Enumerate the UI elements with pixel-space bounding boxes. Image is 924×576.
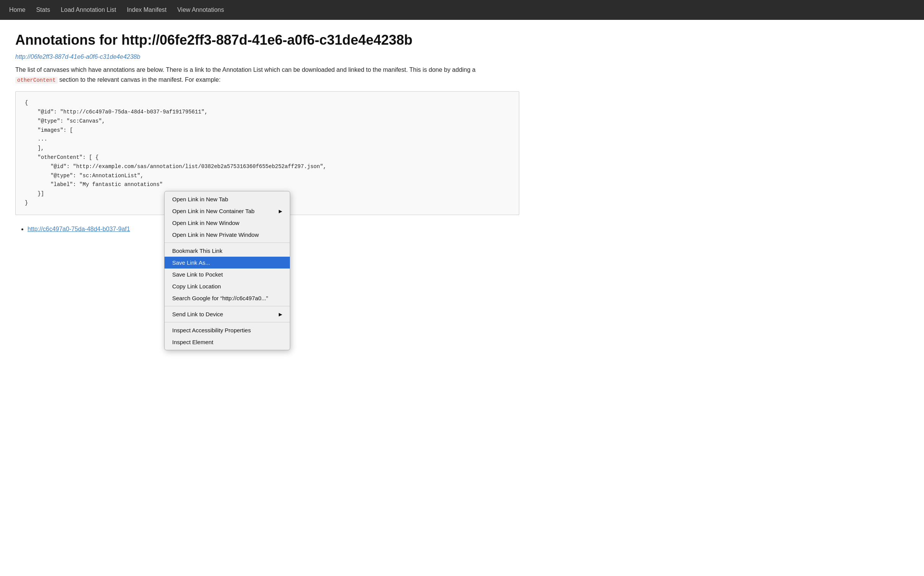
menu-item-label: Open Link in New Container Tab [172, 208, 273, 214]
nav-item-load-annotation-list[interactable]: Load Annotation List [61, 6, 116, 13]
nav-item-index-manifest[interactable]: Index Manifest [127, 6, 166, 13]
nav-item-view-annotations[interactable]: View Annotations [177, 6, 224, 13]
navbar: HomeStatsLoad Annotation ListIndex Manif… [0, 0, 924, 20]
inline-code: otherContent [15, 77, 58, 84]
menu-item-open-new-tab[interactable]: Open Link in New Tab [165, 193, 290, 205]
canvas-link[interactable]: http://c6c497a0-75da-48d4-b037-9af1 [27, 226, 130, 232]
menu-item-open-private-window[interactable]: Open Link in New Private Window [165, 229, 290, 241]
menu-item-open-new-window[interactable]: Open Link in New Window [165, 217, 290, 229]
description-text: The list of canvases which have annotati… [15, 65, 519, 84]
page-title: Annotations for http://06fe2ff3-887d-41e… [15, 32, 519, 48]
menu-divider [165, 243, 290, 243]
menu-item-label: Open Link in New Window [172, 220, 282, 226]
menu-item-label: Open Link in New Private Window [172, 231, 282, 238]
nav-item-home[interactable]: Home [9, 6, 26, 13]
nav-item-stats[interactable]: Stats [36, 6, 50, 13]
menu-item-open-container-tab[interactable]: Open Link in New Container Tab▶ [165, 205, 290, 217]
description-before: The list of canvases which have annotati… [15, 66, 476, 73]
menu-item-label: Open Link in New Tab [172, 196, 282, 202]
submenu-arrow-icon: ▶ [279, 209, 282, 214]
menu-item-bookmark-link[interactable]: Bookmark This Link [165, 245, 290, 252]
manifest-link[interactable]: http://06fe2ff3-887d-41e6-a0f6-c31de4e42… [15, 53, 519, 60]
context-menu[interactable]: Open Link in New TabOpen Link in New Con… [164, 191, 290, 252]
description-after: section to the relevant canvas in the ma… [58, 76, 221, 83]
menu-item-label: Bookmark This Link [172, 248, 282, 252]
